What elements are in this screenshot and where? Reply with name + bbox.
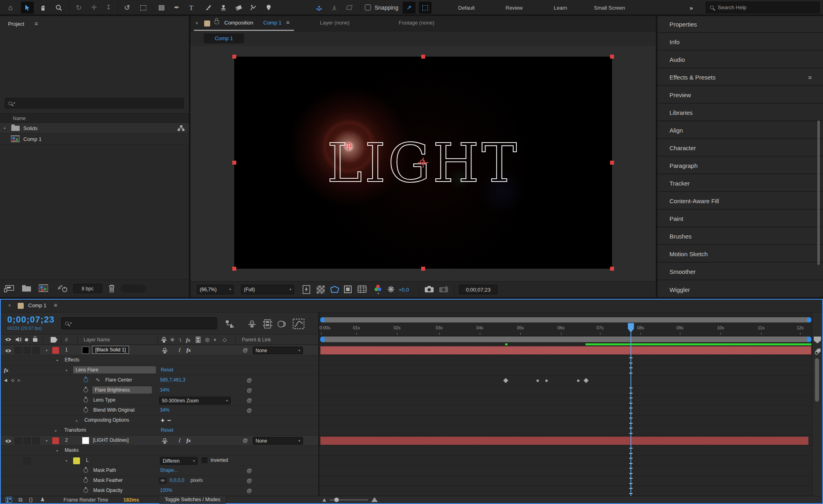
layer-swatch[interactable] — [82, 347, 89, 354]
snapshot-camera-icon[interactable] — [424, 286, 434, 293]
group-expander-icon[interactable]: ▸ — [76, 419, 78, 422]
breadcrumb[interactable]: Comp 1 — [204, 33, 244, 43]
trash-icon[interactable] — [108, 284, 116, 293]
prop-row-flare-center[interactable]: ◀ ◇ ▶ ∿ Flare Center 585,7,461,3 @ — [1, 375, 319, 386]
current-timecode[interactable]: 0;00;07;23 — [7, 314, 55, 325]
exposure-shutter-icon[interactable]: ❋ — [387, 285, 395, 294]
mask-row-l[interactable]: ▾ L Differen▾ Inverted — [1, 456, 319, 466]
toggle-transfer-pane-icon[interactable]: ⧉ — [18, 497, 23, 502]
selection-handle[interactable] — [232, 161, 236, 165]
help-search-input[interactable]: Search Help — [706, 2, 820, 13]
panel-tab-motion-sketch[interactable]: Motion Sketch — [657, 246, 823, 263]
toggle-inout-pane-icon[interactable]: { } — [29, 497, 32, 502]
region-of-interest-tool-button[interactable] — [137, 2, 149, 14]
panel-tab-paragraph[interactable]: Paragraph — [657, 157, 823, 174]
snap-options-button[interactable]: ↗ — [403, 2, 416, 14]
selection-tool-button[interactable] — [21, 2, 34, 14]
mask-color-chip[interactable] — [73, 457, 80, 464]
new-composition-icon[interactable] — [39, 284, 48, 292]
group-row-compositing-options[interactable]: ▸ Compositing Options + − — [1, 416, 319, 426]
workspace-tab-learn[interactable]: Learn — [554, 0, 567, 15]
next-keyframe-icon[interactable]: ▶ — [18, 378, 21, 382]
pickwhip-icon[interactable]: @ — [247, 467, 252, 473]
parent-dropdown[interactable]: None▾ — [253, 437, 303, 445]
prop-value[interactable]: 34% — [160, 387, 170, 393]
prop-row-mask-path[interactable]: Mask Path Shape... @ — [1, 466, 319, 476]
expression-graph-icon[interactable]: ∿ — [96, 377, 100, 382]
composition-tab-label[interactable]: Composition — [224, 20, 253, 26]
hand-tool-button[interactable] — [37, 2, 50, 14]
label-color-chip[interactable] — [52, 347, 59, 354]
snapping-checkbox[interactable] — [365, 4, 371, 10]
project-row-comp1[interactable]: Comp 1 — [0, 134, 189, 145]
frame-blend-column-icon[interactable] — [195, 337, 201, 343]
layer-name[interactable]: [LIGHT Outlines] — [93, 437, 129, 443]
effect-row-lens-flare[interactable]: fx ▾ Lens Flare Reset — [1, 365, 319, 375]
project-search-input[interactable]: ▾ — [5, 98, 184, 108]
axis-mode-local-button[interactable] — [313, 2, 326, 14]
composition-canvas[interactable]: LIGHT — [234, 57, 612, 269]
toggle-switches-pane-icon[interactable] — [6, 497, 12, 503]
shape-tool-button[interactable] — [155, 2, 168, 14]
panel-tab-paint[interactable]: Paint — [657, 210, 823, 227]
work-area-bar[interactable] — [320, 337, 811, 342]
selection-handle[interactable] — [232, 267, 236, 271]
pan-behind-tool-button[interactable]: ✛ — [88, 2, 100, 14]
prop-row-blend-with-original[interactable]: Blend With Original 34% @ — [1, 406, 319, 416]
interpret-footage-icon[interactable] — [4, 285, 14, 293]
group-expander-icon[interactable]: ▸ — [55, 429, 57, 433]
panel-menu-icon[interactable]: ≡ — [286, 20, 289, 25]
renderer-icon[interactable] — [56, 284, 68, 293]
mask-mode-dropdown[interactable]: Differen▾ — [160, 457, 198, 465]
selection-handle[interactable] — [421, 267, 425, 271]
reset-link[interactable]: Reset — [161, 367, 173, 373]
parent-pickwhip-icon[interactable]: @ — [243, 437, 248, 443]
lock-column-icon[interactable] — [33, 338, 37, 342]
panel-tab-content-aware-fill[interactable]: Content-Aware Fill — [657, 193, 823, 210]
fast-previews-icon[interactable] — [302, 285, 312, 294]
group-row-effects[interactable]: ▾ Effects — [1, 355, 319, 365]
timeline-zoom-handle[interactable] — [334, 498, 339, 502]
stopwatch-icon[interactable] — [84, 378, 88, 382]
stopwatch-icon[interactable] — [84, 408, 88, 412]
pickwhip-icon[interactable]: @ — [247, 477, 252, 484]
prop-row-mask-feather[interactable]: Mask Feather ∞ 0,0,0,0 pixels @ — [1, 476, 319, 486]
layer-bar-2[interactable] — [320, 437, 809, 445]
transparency-grid-icon[interactable] — [317, 286, 325, 294]
motion-blur-button[interactable] — [277, 320, 287, 329]
panel-tab-preview[interactable]: Preview — [657, 87, 823, 104]
panel-tab-tracker[interactable]: Tracker — [657, 175, 823, 192]
mask-expander-icon[interactable]: ▾ — [66, 459, 68, 463]
workspace-tab-small-screen[interactable]: Small Screen — [594, 0, 625, 15]
project-row-solids[interactable]: ▸ Solids — [0, 123, 189, 134]
composition-flowchart-button[interactable] — [225, 320, 235, 329]
quality-switch[interactable]: / — [179, 437, 180, 444]
prop-value[interactable]: 100% — [160, 488, 172, 493]
panel-tab-align[interactable]: Align — [657, 122, 823, 139]
playhead-line[interactable] — [631, 323, 631, 496]
stopwatch-icon[interactable] — [84, 478, 88, 483]
timeline-tab[interactable]: Comp 1 — [28, 302, 47, 308]
reset-link[interactable]: Reset — [161, 427, 173, 433]
footage-tab[interactable]: Footage (none) — [399, 20, 434, 26]
shy-toggle-button[interactable] — [248, 319, 256, 329]
shy-switch[interactable] — [162, 347, 168, 354]
graph-editor-button[interactable] — [293, 318, 305, 329]
eye-icon[interactable] — [5, 349, 12, 353]
nav-bar-start-cap[interactable] — [320, 317, 325, 322]
comp-button-icon[interactable] — [814, 348, 821, 355]
label-color-chip[interactable] — [52, 437, 59, 444]
parent-dropdown[interactable]: None▾ — [253, 347, 303, 354]
layer-tab[interactable]: Layer (none) — [320, 20, 350, 26]
stopwatch-icon[interactable] — [84, 398, 88, 402]
timeline-search-input[interactable]: ▾ — [61, 317, 217, 329]
adjustment-layer-column-icon[interactable]: ◐ — [214, 337, 217, 342]
label-column-icon[interactable] — [51, 337, 57, 343]
prop-value[interactable]: 0,0,0,0 — [170, 477, 184, 483]
selection-handle[interactable] — [610, 161, 614, 165]
layer-name-column-header[interactable]: Layer Name — [84, 337, 110, 343]
layer-name-editbox[interactable]: [Black Solid 1] — [92, 346, 129, 354]
prop-row-flare-brightness[interactable]: Flare Brightness 34% @ — [1, 386, 319, 396]
stopwatch-icon[interactable] — [84, 388, 88, 392]
exposure-value[interactable]: +0,0 — [399, 287, 409, 293]
